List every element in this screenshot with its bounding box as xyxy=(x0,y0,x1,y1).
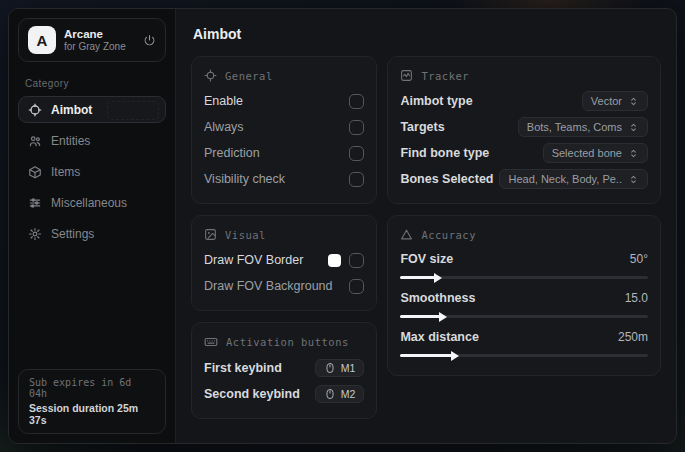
card-title: Tracker xyxy=(421,70,469,82)
image-icon xyxy=(204,228,217,241)
dropdown-value: Head, Neck, Body, Pe.. xyxy=(508,173,622,185)
sub-expires-text: Sub expires in 6d 04h xyxy=(29,377,155,399)
fov-border-color-swatch[interactable] xyxy=(328,254,341,267)
general-card: General Enable Always Prediction xyxy=(191,56,377,204)
mouse-icon xyxy=(324,388,336,400)
card-title: Accuracy xyxy=(421,229,476,241)
category-label: Category xyxy=(25,78,159,89)
setting-label: Visibility check xyxy=(204,172,285,186)
app-name: Arcane xyxy=(64,27,135,41)
slider-thumb[interactable] xyxy=(434,273,442,283)
main-content: Aimbot General Enable xyxy=(176,9,676,443)
chevrons-up-down-icon xyxy=(628,96,639,107)
setting-row: Aimbot type Vector xyxy=(400,88,648,114)
dropdown-value: Selected bone xyxy=(552,147,622,159)
bones-selected-dropdown[interactable]: Head, Neck, Body, Pe.. xyxy=(499,169,648,189)
sidebar-item-label: Miscellaneous xyxy=(51,196,127,210)
activation-card: Activation buttons First keybind M1 Seco… xyxy=(191,322,377,419)
slider-label: Max distance xyxy=(400,330,479,344)
slider-value: 15.0 xyxy=(625,291,648,305)
sidebar-item-items[interactable]: Items xyxy=(18,158,166,185)
sidebar: A Arcane for Gray Zone Category Aimbot xyxy=(9,9,176,443)
dropdown-value: Vector xyxy=(591,95,622,107)
app-window: A Arcane for Gray Zone Category Aimbot xyxy=(8,8,677,444)
enable-checkbox[interactable] xyxy=(349,94,364,109)
mouse-icon xyxy=(324,362,336,374)
fov-size-slider[interactable] xyxy=(400,276,648,279)
setting-label: Targets xyxy=(400,120,444,134)
setting-label: Second keybind xyxy=(204,387,300,401)
sidebar-item-aimbot[interactable]: Aimbot xyxy=(18,96,166,123)
tracker-card: Tracker Aimbot type Vector Targets xyxy=(387,56,661,204)
accuracy-card: Accuracy FOV size 50° Smoothness xyxy=(387,215,661,376)
sidebar-header-card: A Arcane for Gray Zone xyxy=(18,18,166,62)
sidebar-item-label: Aimbot xyxy=(51,103,92,117)
draw-fov-border-checkbox[interactable] xyxy=(349,253,364,268)
setting-row: Find bone type Selected bone xyxy=(400,140,648,166)
sidebar-item-miscellaneous[interactable]: Miscellaneous xyxy=(18,189,166,216)
triangle-icon xyxy=(400,228,413,241)
setting-row: First keybind M1 xyxy=(204,355,364,381)
app-logo: A xyxy=(28,26,56,54)
setting-row: Enable xyxy=(204,88,364,114)
setting-row: Visibility check xyxy=(204,166,364,192)
sidebar-item-settings[interactable]: Settings xyxy=(18,220,166,247)
setting-row: Draw FOV Background xyxy=(204,273,364,299)
always-checkbox[interactable] xyxy=(349,120,364,135)
second-keybind-button[interactable]: M2 xyxy=(315,385,365,403)
sidebar-nav: Aimbot Entities Items Miscellaneous xyxy=(9,96,175,247)
slider-block: Smoothness 15.0 xyxy=(400,286,648,318)
slider-thumb[interactable] xyxy=(439,312,447,322)
crosshair-icon xyxy=(204,69,217,82)
setting-label: Draw FOV Border xyxy=(204,253,303,267)
setting-label: Find bone type xyxy=(400,146,489,160)
card-title: General xyxy=(225,70,273,82)
setting-row: Prediction xyxy=(204,140,364,166)
find-bone-type-dropdown[interactable]: Selected bone xyxy=(543,143,648,163)
setting-row: Draw FOV Border xyxy=(204,247,364,273)
draw-fov-background-checkbox[interactable] xyxy=(349,279,364,294)
visual-card: Visual Draw FOV Border Draw FOV Backgrou… xyxy=(191,215,377,311)
slider-block: Max distance 250m xyxy=(400,325,648,357)
slider-thumb[interactable] xyxy=(451,351,459,361)
box-icon xyxy=(28,165,42,179)
sidebar-item-label: Items xyxy=(51,165,80,179)
sidebar-item-label: Entities xyxy=(51,134,90,148)
keyboard-icon xyxy=(204,335,218,349)
slider-label: FOV size xyxy=(400,252,453,266)
chevrons-up-down-icon xyxy=(628,122,639,133)
slider-value: 250m xyxy=(618,330,648,344)
aimbot-type-dropdown[interactable]: Vector xyxy=(582,91,648,111)
visibility-check-checkbox[interactable] xyxy=(349,172,364,187)
setting-label: Aimbot type xyxy=(400,94,472,108)
subscription-footer: Sub expires in 6d 04h Session duration 2… xyxy=(18,369,166,434)
card-title: Visual xyxy=(225,229,266,241)
slider-label: Smoothness xyxy=(400,291,475,305)
setting-label: First keybind xyxy=(204,361,282,375)
setting-row: Targets Bots, Teams, Coms xyxy=(400,114,648,140)
keybind-value: M1 xyxy=(341,362,356,374)
card-title: Activation buttons xyxy=(226,336,349,348)
entities-icon xyxy=(28,134,42,148)
crosshair-icon xyxy=(28,103,42,117)
max-distance-slider[interactable] xyxy=(400,354,648,357)
smoothness-slider[interactable] xyxy=(400,315,648,318)
chevrons-up-down-icon xyxy=(628,174,639,185)
slider-block: FOV size 50° xyxy=(400,247,648,279)
watermark xyxy=(107,101,159,120)
power-icon[interactable] xyxy=(143,34,156,47)
sidebar-item-entities[interactable]: Entities xyxy=(18,127,166,154)
first-keybind-button[interactable]: M1 xyxy=(315,359,365,377)
keybind-value: M2 xyxy=(341,388,356,400)
setting-label: Always xyxy=(204,120,244,134)
setting-label: Bones Selected xyxy=(400,172,493,186)
dropdown-value: Bots, Teams, Coms xyxy=(527,121,622,133)
sliders-icon xyxy=(28,196,42,210)
targets-dropdown[interactable]: Bots, Teams, Coms xyxy=(518,117,648,137)
chevrons-up-down-icon xyxy=(628,148,639,159)
setting-label: Draw FOV Background xyxy=(204,279,333,293)
session-duration-text: Session duration 25m 37s xyxy=(29,402,155,426)
prediction-checkbox[interactable] xyxy=(349,146,364,161)
setting-label: Prediction xyxy=(204,146,260,160)
radar-icon xyxy=(400,69,413,82)
